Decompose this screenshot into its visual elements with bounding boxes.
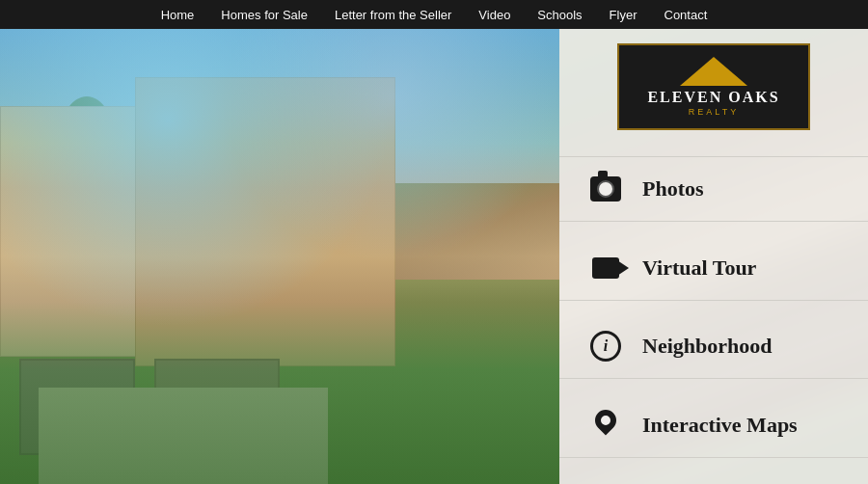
menu-item-neighborhood[interactable]: i Neighborhood xyxy=(559,314,868,379)
menu-item-interactive-maps[interactable]: Interactive Maps xyxy=(559,393,868,458)
photos-label: Photos xyxy=(642,176,704,202)
nav-flyer[interactable]: Flyer xyxy=(610,8,637,22)
camera-icon xyxy=(590,176,621,202)
video-icon-container xyxy=(588,251,623,285)
nav-contact[interactable]: Contact xyxy=(665,8,708,22)
house-background xyxy=(0,29,559,484)
house-center-section xyxy=(135,77,395,366)
camera-icon-container xyxy=(588,172,623,206)
neighborhood-label: Neighborhood xyxy=(642,334,772,359)
virtual-tour-label: Virtual Tour xyxy=(642,255,756,281)
menu-item-photos[interactable]: Photos xyxy=(559,156,868,222)
hero-section: ELEVEN OAKS REALTY Photos Virtual Tour xyxy=(0,0,868,484)
driveway xyxy=(39,388,328,484)
logo-company-name: ELEVEN OAKS xyxy=(647,88,779,106)
nav-homes-for-sale[interactable]: Homes for Sale xyxy=(221,8,308,22)
info-icon-container: i xyxy=(588,329,623,363)
main-nav: Home Homes for Sale Letter from the Sell… xyxy=(0,0,868,29)
menu-item-virtual-tour[interactable]: Virtual Tour xyxy=(559,236,868,301)
right-panel: ELEVEN OAKS REALTY Photos Virtual Tour xyxy=(559,29,868,484)
company-logo[interactable]: ELEVEN OAKS REALTY xyxy=(617,43,810,130)
video-icon xyxy=(592,257,619,279)
map-pin-icon xyxy=(595,410,616,441)
pin-head xyxy=(590,405,620,435)
info-icon: i xyxy=(590,331,621,362)
pin-icon-container xyxy=(588,408,623,443)
nav-schools[interactable]: Schools xyxy=(537,8,582,22)
nav-letter-from-seller[interactable]: Letter from the Seller xyxy=(335,8,451,22)
logo-company-subtitle: REALTY xyxy=(689,107,739,117)
interactive-maps-label: Interactive Maps xyxy=(642,413,798,438)
nav-video[interactable]: Video xyxy=(478,8,510,22)
feature-menu: Photos Virtual Tour i Neighborhood xyxy=(559,145,868,470)
logo-triangle-icon xyxy=(680,57,747,86)
nav-home[interactable]: Home xyxy=(161,8,195,22)
